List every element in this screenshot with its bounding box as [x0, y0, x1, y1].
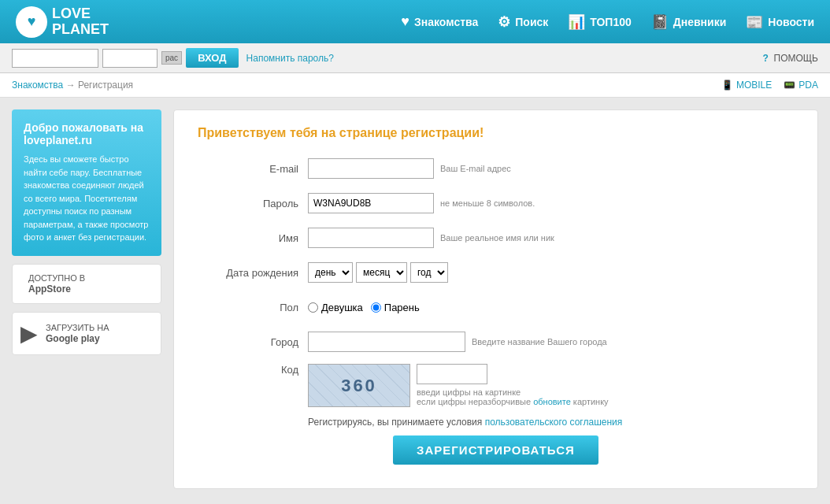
gender-female-radio[interactable]: [308, 302, 318, 313]
appstore-block[interactable]: ДОСТУПНО В AppStore: [12, 264, 161, 305]
gender-male-option[interactable]: Парень: [371, 302, 420, 313]
captcha-input-area: введи цифры на картинке если цифры нераз…: [417, 364, 609, 406]
news-icon: 📰: [746, 13, 763, 31]
appstore-text: ДОСТУПНО В AppStore: [28, 272, 85, 296]
city-input[interactable]: [308, 332, 465, 352]
dob-day-select[interactable]: день: [308, 262, 353, 283]
breadcrumb: Знакомства → Регистрация: [12, 80, 133, 91]
code-label: Код: [198, 364, 308, 376]
sidebar-welcome-title: Добро пожаловать на loveplanet.ru: [24, 121, 150, 146]
android-icon: ▶: [20, 321, 38, 346]
googleplay-text: ЗАГРУЗИТЬ НА Google play: [46, 322, 109, 346]
dob-row: Дата рождения день месяц год: [198, 260, 794, 285]
email-hint: Ваш E-mail адрес: [440, 164, 511, 173]
password-label: Пароль: [198, 198, 308, 209]
dob-label: Дата рождения: [198, 267, 308, 279]
logo-text: LOVE PLANET: [52, 6, 109, 38]
gender-label: Пол: [198, 302, 308, 313]
header: ♥ LOVE PLANET ♥ Знакомства ⚙ Поиск 📊 ТОП…: [0, 0, 830, 43]
password-label: рас: [161, 51, 182, 65]
password-input[interactable]: [102, 49, 157, 68]
gender-controls: Девушка Парень: [308, 302, 420, 313]
captcha-image: 360: [308, 364, 410, 407]
pda-icon: 📟: [784, 80, 795, 91]
gender-male-label: Парень: [384, 302, 420, 313]
captcha-area: 360 введи цифры на картинке если цифры н…: [308, 364, 609, 407]
terms-link[interactable]: пользовательского соглашения: [485, 417, 623, 428]
diary-icon: 📓: [651, 13, 669, 31]
name-input[interactable]: [308, 228, 434, 248]
gender-male-radio[interactable]: [371, 302, 381, 313]
city-hint: Введите название Вашего города: [472, 337, 607, 346]
sidebar: Добро пожаловать на loveplanet.ru Здесь …: [12, 109, 161, 489]
topbar: рас ВХОД Напомнить пароль? ? ПОМОЩЬ: [0, 43, 830, 73]
email-label: E-mail: [198, 163, 308, 175]
help-icon: ?: [763, 53, 769, 64]
captcha-refresh-link[interactable]: обновите: [533, 397, 571, 406]
registration-form: Приветствуем тебя на странице регистраци…: [173, 109, 818, 489]
nav-search[interactable]: ⚙ Поиск: [498, 13, 548, 31]
nav-dating[interactable]: ♥ Знакомства: [401, 13, 478, 30]
city-row: Город Введите название Вашего города: [198, 329, 794, 354]
gender-female-label: Девушка: [321, 302, 363, 313]
form-title: Приветствуем тебя на странице регистраци…: [198, 126, 794, 140]
password-hint: не меньше 8 символов.: [440, 198, 535, 208]
captcha-row: Код 360 введи цифры на картинке если циф…: [198, 364, 794, 407]
name-hint: Ваше реальное имя или ник: [440, 233, 554, 243]
sidebar-welcome-text: Здесь вы сможете быстро найти себе пару.…: [24, 153, 150, 244]
breadcrumb-area: Знакомства → Регистрация 📱 MOBILE 📟 PDA: [0, 73, 830, 98]
register-button[interactable]: ЗАРЕГИСТРИРОВАТЬСЯ: [393, 435, 598, 465]
main-content: Добро пожаловать на loveplanet.ru Здесь …: [0, 98, 830, 501]
googleplay-block[interactable]: ▶ ЗАГРУЗИТЬ НА Google play: [12, 312, 161, 355]
dob-month-select[interactable]: месяц: [356, 262, 407, 283]
terms-row: Регистрируясь, вы принимаете условия пол…: [308, 417, 794, 428]
breadcrumb-reg: Регистрация: [78, 80, 133, 91]
pda-link[interactable]: 📟 PDA: [784, 80, 818, 91]
mobile-icon: 📱: [721, 80, 733, 91]
help-text: ? ПОМОЩЬ: [763, 53, 818, 64]
breadcrumb-dating[interactable]: Знакомства: [12, 80, 63, 91]
dob-controls: день месяц год: [308, 262, 448, 283]
nav: ♥ Знакомства ⚙ Поиск 📊 ТОП100 📓 Дневники…: [401, 13, 814, 31]
logo[interactable]: ♥ LOVE PLANET: [16, 6, 109, 38]
name-row: Имя Ваше реальное имя или ник: [198, 225, 794, 250]
login-button[interactable]: ВХОД: [186, 48, 238, 68]
email-input[interactable]: [308, 158, 434, 179]
name-label: Имя: [198, 232, 308, 244]
sidebar-welcome: Добро пожаловать на loveplanet.ru Здесь …: [12, 109, 161, 256]
mobile-link[interactable]: 📱 MOBILE: [721, 80, 772, 91]
nav-diaries[interactable]: 📓 Дневники: [651, 13, 727, 31]
dob-year-select[interactable]: год: [410, 262, 448, 283]
chart-icon: 📊: [568, 13, 585, 31]
breadcrumb-arrow: →: [66, 80, 78, 91]
nav-top100[interactable]: 📊 ТОП100: [568, 13, 632, 31]
captcha-input[interactable]: [417, 364, 487, 384]
login-input[interactable]: [12, 49, 98, 68]
captcha-hints: введи цифры на картинке если цифры нераз…: [417, 387, 609, 406]
reg-password-input[interactable]: [308, 193, 434, 213]
heart-icon: ♥: [401, 13, 409, 30]
password-row: Пароль не меньше 8 символов.: [198, 191, 794, 216]
city-label: Город: [198, 336, 308, 348]
mobile-links: 📱 MOBILE 📟 PDA: [721, 80, 818, 91]
search-icon: ⚙: [498, 13, 510, 31]
nav-news[interactable]: 📰 Новости: [746, 13, 814, 31]
gender-female-option[interactable]: Девушка: [308, 302, 363, 313]
forgot-password-link[interactable]: Напомнить пароль?: [246, 53, 334, 64]
logo-icon: ♥: [16, 6, 47, 38]
gender-row: Пол Девушка Парень: [198, 295, 794, 320]
email-row: E-mail Ваш E-mail адрес: [198, 156, 794, 181]
